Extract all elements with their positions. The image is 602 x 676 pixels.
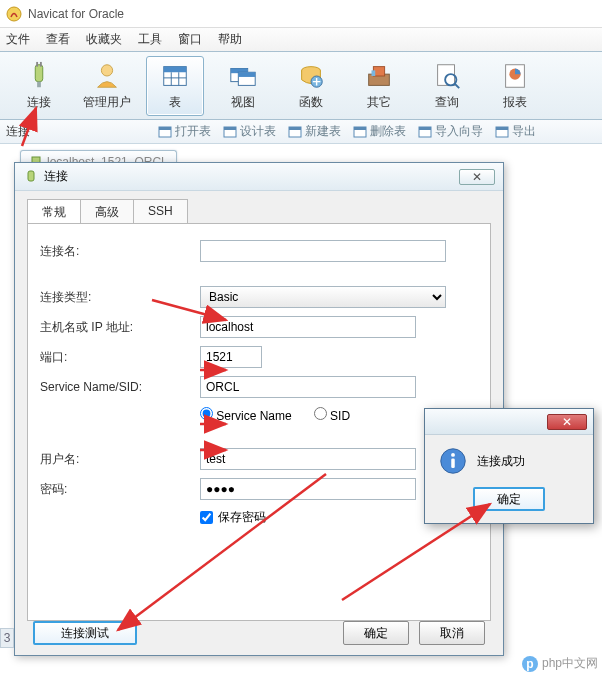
design-icon <box>223 125 237 139</box>
app-icon <box>6 6 22 22</box>
ribbon-other[interactable]: 其它 <box>350 56 408 116</box>
plug-small-icon <box>23 169 39 185</box>
ribbon-function[interactable]: 函数 <box>282 56 340 116</box>
function-icon <box>295 60 327 92</box>
select-conn-type[interactable]: Basic <box>200 286 446 308</box>
checkbox-save-password[interactable] <box>200 511 213 524</box>
open-table-button[interactable]: 打开表 <box>154 123 215 140</box>
tab-ssh[interactable]: SSH <box>133 199 188 223</box>
ribbon-connect[interactable]: 连接 <box>10 56 68 116</box>
input-conn-name[interactable] <box>200 240 446 262</box>
label-conn-name: 连接名: <box>40 243 200 260</box>
menu-file[interactable]: 文件 <box>6 31 30 48</box>
ribbon-query-label: 查询 <box>435 94 459 111</box>
label-user: 用户名: <box>40 451 200 468</box>
label-host: 主机名或 IP 地址: <box>40 319 200 336</box>
message-box-close-button[interactable]: ✕ <box>547 414 587 430</box>
ribbon-function-label: 函数 <box>299 94 323 111</box>
input-port[interactable] <box>200 346 262 368</box>
table-small-icon <box>158 125 172 139</box>
ok-button[interactable]: 确定 <box>343 621 409 645</box>
svg-rect-41 <box>451 458 455 468</box>
other-icon <box>363 60 395 92</box>
ribbon-connect-label: 连接 <box>27 94 51 111</box>
ribbon-users[interactable]: 管理用户 <box>78 56 136 116</box>
info-icon <box>439 447 467 475</box>
message-box-text: 连接成功 <box>477 453 525 470</box>
import-wizard-button[interactable]: 导入向导 <box>414 123 487 140</box>
design-table-button[interactable]: 设计表 <box>219 123 280 140</box>
svg-rect-34 <box>419 127 431 130</box>
ribbon-table-label: 表 <box>169 94 181 111</box>
radio-sid[interactable]: SID <box>314 407 350 423</box>
ribbon-view[interactable]: 视图 <box>214 56 272 116</box>
tab-panel-general: 连接名: 连接类型: Basic 主机名或 IP 地址: 端口: Service… <box>27 223 491 621</box>
label-service-sid: Service Name/SID: <box>40 380 200 394</box>
export-icon <box>495 125 509 139</box>
svg-rect-30 <box>289 127 301 130</box>
radio-service-name-input[interactable] <box>200 407 213 420</box>
label-save-password: 保存密码 <box>218 509 266 526</box>
new-table-button[interactable]: 新建表 <box>284 123 345 140</box>
input-user[interactable] <box>200 448 416 470</box>
dialog-close-button[interactable]: ✕ <box>459 169 495 185</box>
menu-view[interactable]: 查看 <box>46 31 70 48</box>
ribbon-toolbar: 连接 管理用户 表 视图 函数 其它 查询 报表 <box>0 52 602 120</box>
query-icon <box>431 60 463 92</box>
dialog-title-bar[interactable]: 连接 ✕ <box>15 163 503 191</box>
new-icon <box>288 125 302 139</box>
menu-window[interactable]: 窗口 <box>178 31 202 48</box>
watermark-text: php中文网 <box>542 655 598 672</box>
svg-rect-3 <box>36 62 38 67</box>
label-port: 端口: <box>40 349 200 366</box>
menu-tools[interactable]: 工具 <box>138 31 162 48</box>
delete-icon <box>353 125 367 139</box>
label-conn-type: 连接类型: <box>40 289 200 306</box>
svg-rect-32 <box>354 127 366 130</box>
radio-service-name[interactable]: Service Name <box>200 407 292 423</box>
ribbon-query[interactable]: 查询 <box>418 56 476 116</box>
dialog-tab-strip: 常规 高级 SSH <box>15 197 503 223</box>
menu-help[interactable]: 帮助 <box>218 31 242 48</box>
delete-table-button[interactable]: 删除表 <box>349 123 410 140</box>
svg-point-40 <box>451 453 455 457</box>
tab-general[interactable]: 常规 <box>27 199 81 223</box>
ribbon-view-label: 视图 <box>231 94 255 111</box>
radio-sid-input[interactable] <box>314 407 327 420</box>
left-panel-collapse[interactable]: 3 <box>0 628 14 648</box>
dialog-title: 连接 <box>44 168 68 185</box>
ribbon-report[interactable]: 报表 <box>486 56 544 116</box>
svg-line-22 <box>455 84 460 89</box>
message-box-ok-button[interactable]: 确定 <box>473 487 545 511</box>
svg-rect-36 <box>496 127 508 130</box>
svg-rect-26 <box>159 127 171 130</box>
import-icon <box>418 125 432 139</box>
input-host[interactable] <box>200 316 416 338</box>
svg-rect-38 <box>28 171 34 181</box>
ribbon-report-label: 报表 <box>503 94 527 111</box>
menu-bar: 文件 查看 收藏夹 工具 窗口 帮助 <box>0 28 602 52</box>
menu-favorites[interactable]: 收藏夹 <box>86 31 122 48</box>
input-service[interactable] <box>200 376 416 398</box>
input-password[interactable] <box>200 478 416 500</box>
export-wizard-button[interactable]: 导出 <box>491 123 540 140</box>
ribbon-table[interactable]: 表 <box>146 56 204 116</box>
svg-rect-2 <box>37 82 41 88</box>
test-connection-button[interactable]: 连接测试 <box>33 621 137 645</box>
label-password: 密码: <box>40 481 200 498</box>
close-icon: ✕ <box>472 170 482 184</box>
svg-rect-1 <box>35 65 43 82</box>
svg-rect-19 <box>372 70 376 76</box>
watermark: p php中文网 <box>522 655 598 672</box>
cancel-button[interactable]: 取消 <box>419 621 485 645</box>
php-icon: p <box>522 656 538 672</box>
svg-rect-4 <box>40 62 42 67</box>
message-box: ✕ 连接成功 确定 <box>424 408 594 524</box>
ribbon-users-label: 管理用户 <box>83 94 131 111</box>
message-box-title-bar[interactable]: ✕ <box>425 409 593 435</box>
window-title: Navicat for Oracle <box>28 7 124 21</box>
report-icon <box>499 60 531 92</box>
section-label: 连接 <box>6 123 30 140</box>
tab-advanced[interactable]: 高级 <box>80 199 134 223</box>
view-icon <box>227 60 259 92</box>
